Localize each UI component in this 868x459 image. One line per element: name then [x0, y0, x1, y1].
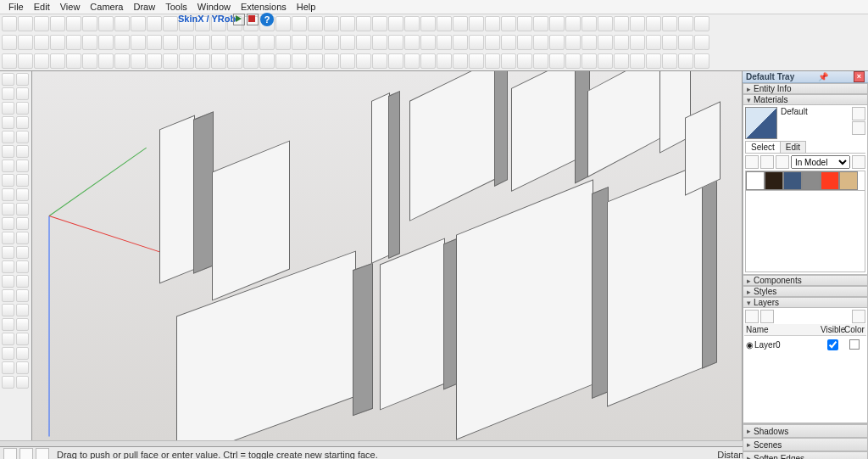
panel-entity-info[interactable]: Entity Info — [743, 83, 868, 94]
menu-tools[interactable]: Tools — [160, 2, 192, 12]
toolbar-button[interactable] — [581, 16, 597, 31]
toolbar-button[interactable] — [147, 16, 162, 31]
left-tool-button[interactable] — [2, 232, 14, 244]
back-icon[interactable] — [745, 155, 759, 169]
left-tool-button[interactable] — [2, 188, 14, 201]
col-color[interactable]: Color — [844, 325, 865, 334]
toolbar-button[interactable] — [292, 53, 307, 69]
toolbar-button[interactable] — [195, 53, 210, 69]
toolbar-button[interactable] — [581, 35, 597, 50]
toolbar-button[interactable] — [308, 16, 323, 31]
panel-components[interactable]: Components — [743, 275, 868, 286]
toolbar-button[interactable] — [163, 53, 178, 69]
toolbar-button[interactable] — [66, 35, 81, 50]
toolbar-button[interactable] — [292, 35, 307, 50]
toolbar-button[interactable] — [308, 35, 323, 50]
toolbar-button[interactable] — [340, 16, 355, 31]
col-name[interactable]: Name — [746, 325, 821, 334]
toolbar-button[interactable] — [2, 16, 17, 31]
left-tool-button[interactable] — [16, 160, 29, 172]
toolbar-button[interactable] — [678, 16, 693, 31]
toolbar-button[interactable] — [163, 35, 178, 50]
left-tool-button[interactable] — [2, 102, 14, 115]
toolbar-button[interactable] — [340, 35, 355, 50]
left-tool-button[interactable] — [2, 160, 14, 172]
toolbar-button[interactable] — [614, 16, 629, 31]
toolbar-button[interactable] — [131, 53, 146, 69]
details-icon[interactable] — [852, 155, 865, 169]
left-tool-button[interactable] — [2, 116, 14, 129]
left-tool-button[interactable] — [2, 131, 14, 143]
left-tool-button[interactable] — [2, 318, 14, 331]
material-swatch[interactable] — [802, 171, 821, 190]
toolbar-button[interactable] — [469, 35, 484, 50]
layer-row[interactable]: ◉ Layer0 — [744, 336, 866, 354]
toolbar-button[interactable] — [420, 53, 436, 69]
toolbar-button[interactable] — [565, 53, 581, 69]
layer-menu-icon[interactable] — [852, 310, 865, 323]
toolbar-button[interactable] — [533, 16, 548, 31]
left-tool-button[interactable] — [2, 304, 14, 316]
toolbar-button[interactable] — [501, 16, 516, 31]
left-tool-button[interactable] — [2, 203, 14, 216]
menu-window[interactable]: Window — [192, 2, 236, 12]
toolbar-button[interactable] — [211, 35, 226, 50]
toolbar-button[interactable] — [356, 16, 371, 31]
panel-materials[interactable]: Materials — [743, 94, 868, 105]
toolbar-button[interactable] — [630, 16, 645, 31]
toolbar-button[interactable] — [420, 16, 436, 31]
left-tool-button[interactable] — [2, 145, 14, 158]
toolbar-button[interactable] — [614, 35, 629, 50]
toolbar-button[interactable] — [662, 16, 677, 31]
toolbar-button[interactable] — [179, 35, 194, 50]
toolbar-button[interactable] — [179, 53, 194, 69]
panel-soften-edges[interactable]: Soften Edges — [743, 451, 868, 459]
toolbar-button[interactable] — [2, 35, 17, 50]
toolbar-button[interactable] — [388, 35, 403, 50]
menu-view[interactable]: View — [55, 2, 86, 12]
toolbar-button[interactable] — [66, 53, 81, 69]
left-tool-button[interactable] — [16, 275, 29, 288]
toolbar-button[interactable] — [50, 53, 65, 69]
toolbar-button[interactable] — [2, 53, 17, 69]
toolbar-button[interactable] — [340, 53, 355, 69]
toolbar-button[interactable] — [404, 16, 420, 31]
toolbar-button[interactable] — [533, 35, 548, 50]
toolbar-button[interactable] — [501, 53, 516, 69]
play-icon[interactable] — [233, 14, 245, 25]
toolbar-button[interactable] — [50, 16, 65, 31]
toolbar-button[interactable] — [275, 53, 291, 69]
geo-icon[interactable] — [3, 448, 17, 459]
toolbar-button[interactable] — [372, 35, 387, 50]
left-tool-button[interactable] — [16, 102, 29, 115]
left-tool-button[interactable] — [16, 73, 29, 86]
material-swatch[interactable] — [783, 171, 802, 190]
material-swatch[interactable] — [746, 171, 765, 190]
left-tool-button[interactable] — [2, 246, 14, 259]
left-tool-button[interactable] — [16, 304, 29, 316]
stop-icon[interactable] — [247, 14, 259, 25]
toolbar-button[interactable] — [453, 16, 468, 31]
toolbar-button[interactable] — [565, 16, 581, 31]
toolbar-button[interactable] — [420, 35, 436, 50]
h-scrollbar[interactable] — [0, 440, 868, 446]
toolbar-button[interactable] — [549, 53, 565, 69]
toolbar-button[interactable] — [82, 53, 97, 69]
menu-camera[interactable]: Camera — [85, 2, 128, 12]
home-icon[interactable] — [776, 155, 789, 169]
toolbar-button[interactable] — [259, 53, 275, 69]
toolbar-button[interactable] — [565, 35, 581, 50]
toolbar-button[interactable] — [243, 35, 259, 50]
left-tool-button[interactable] — [2, 87, 14, 100]
toolbar-button[interactable] — [195, 35, 210, 50]
toolbar-button[interactable] — [646, 16, 661, 31]
left-tool-button[interactable] — [2, 73, 14, 86]
left-tool-button[interactable] — [16, 116, 29, 129]
toolbar-button[interactable] — [453, 53, 468, 69]
toolbar-button[interactable] — [437, 16, 452, 31]
menu-extensions[interactable]: Extensions — [236, 2, 292, 12]
toolbar-button[interactable] — [517, 35, 532, 50]
toolbar-button[interactable] — [501, 35, 516, 50]
toolbar-button[interactable] — [694, 53, 709, 69]
toolbar-button[interactable] — [469, 16, 484, 31]
